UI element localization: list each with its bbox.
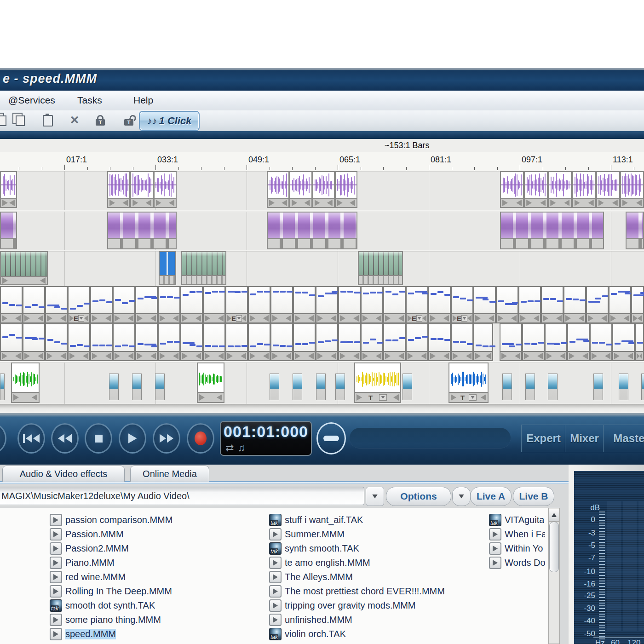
audio-clip-purple[interactable] [130,171,153,208]
midi-cell[interactable] [473,286,496,323]
file-item[interactable]: taksmooth dot synth.TAK [50,599,258,612]
stretch-left-icon[interactable] [169,200,174,206]
midi-cell[interactable] [522,323,545,361]
stretch-left-icon[interactable] [217,394,222,401]
file-item[interactable]: takviolin orch.TAK [269,627,477,641]
stretch-right-icon[interactable] [13,394,19,401]
play-preview-button[interactable] [269,557,282,569]
play-preview-button[interactable] [50,628,62,640]
loop-icon[interactable]: ⇄ [225,442,234,454]
stretch-right-icon[interactable] [588,315,593,322]
stretch-left-icon[interactable] [353,315,359,322]
stretch-left-icon[interactable] [612,200,618,206]
path-dropdown-button[interactable] [366,487,384,506]
stretch-left-icon[interactable] [308,353,314,359]
loop-clip-purple[interactable] [626,212,644,249]
play-preview-button[interactable] [50,571,62,583]
midi-cell[interactable] [23,323,45,361]
midi-cell[interactable] [158,323,180,361]
stretch-left-icon[interactable] [467,315,472,322]
stretch-left-icon[interactable] [627,353,633,359]
stretch-left-icon[interactable] [40,277,46,284]
stretch-right-icon[interactable] [92,315,98,322]
arranger-horizontal-scrollbar[interactable] [0,404,644,414]
loop-clip-purple[interactable] [267,212,357,249]
stretch-right-icon[interactable] [385,353,391,359]
rewind-button[interactable] [51,423,79,454]
tab-audio-video-effects[interactable]: Audio & Video effects [2,466,125,482]
loop-clip-green[interactable] [358,251,403,285]
midi-cell[interactable] [293,323,316,361]
copy-button[interactable] [10,112,30,129]
stretch-left-icon[interactable] [486,353,491,359]
loop-clip-blue[interactable] [159,251,176,285]
stretch-right-icon[interactable] [24,353,30,359]
stretch-left-icon[interactable] [560,353,565,359]
dropdown-box[interactable] [379,394,387,401]
audio-clip-purple[interactable] [548,171,572,208]
stretch-left-icon[interactable] [422,315,426,322]
midi-cell[interactable] [225,323,248,361]
stretch-left-icon[interactable] [443,353,449,359]
stretch-left-icon[interactable] [582,353,588,359]
dropdown-box[interactable] [469,394,477,401]
midi-cell[interactable] [316,323,338,361]
sample-clip-teal[interactable] [293,374,302,400]
stretch-right-icon[interactable] [292,200,297,206]
stretch-right-icon[interactable] [385,315,391,322]
stretch-left-icon[interactable] [84,315,88,322]
file-item[interactable]: When i Fa [489,528,548,541]
stretch-right-icon[interactable] [543,315,548,322]
zoom-out-button[interactable] [316,422,346,454]
stretch-right-icon[interactable] [526,200,532,206]
stretch-left-icon[interactable] [398,315,404,322]
sample-clip-teal[interactable] [593,374,603,400]
play-preview-button[interactable] [50,585,62,598]
fast-forward-button[interactable] [153,423,180,454]
file-item[interactable]: Passion.MMM [50,528,258,541]
stretch-right-icon[interactable] [250,353,255,359]
stretch-right-icon[interactable] [250,315,255,322]
midi-cell[interactable] [564,286,586,323]
audio-clip-blue[interactable]: T [448,362,489,403]
stretch-left-icon[interactable] [32,394,37,401]
play-preview-button[interactable] [269,571,282,583]
stretch-right-icon[interactable] [546,353,552,359]
stretch-left-icon[interactable] [564,200,569,206]
stretch-right-icon[interactable] [592,353,597,359]
stop-button[interactable] [85,423,112,454]
audio-clip-purple[interactable] [107,171,130,208]
audio-clip-purple[interactable] [572,171,596,208]
time-stretch-indicator[interactable]: T [460,394,465,402]
stretch-right-icon[interactable] [356,394,362,401]
loop-clip-green[interactable] [181,251,226,285]
stretch-right-icon[interactable] [565,315,571,322]
menu-item-tasks[interactable]: Tasks [77,95,102,106]
record-button[interactable] [187,423,214,454]
audio-clip-green[interactable] [197,362,224,403]
midi-cell[interactable] [609,286,631,323]
stretch-left-icon[interactable] [638,315,642,322]
midi-cell[interactable] [180,323,203,361]
play-preview-button[interactable] [50,528,62,540]
file-item[interactable]: speed.MMM [50,627,258,641]
path-input[interactable] [0,487,364,505]
stretch-right-icon[interactable] [205,353,210,359]
stretch-right-icon[interactable] [272,353,278,359]
stretch-left-icon[interactable] [327,200,333,206]
stretch-right-icon[interactable] [47,353,52,359]
midi-cell[interactable]: E [406,286,428,323]
stretch-right-icon[interactable] [501,353,507,359]
stretch-right-icon[interactable] [575,200,580,206]
file-item[interactable]: passion comparison.MMM [50,513,258,527]
timeline-ruler[interactable]: 017:1033:1049:1065:1081:1097:1113:1 [0,152,644,172]
stretch-right-icon[interactable] [498,315,503,322]
loop-clip-purple[interactable] [500,212,604,249]
skip-start-button[interactable] [17,423,45,454]
scroll-up-button[interactable] [549,509,559,522]
midi-cell[interactable]: E [225,286,248,323]
stretch-left-icon[interactable] [83,353,88,359]
stretch-left-icon[interactable] [636,200,642,206]
tab-online-media[interactable]: Online Media [130,466,209,482]
stretch-left-icon[interactable] [9,200,15,206]
